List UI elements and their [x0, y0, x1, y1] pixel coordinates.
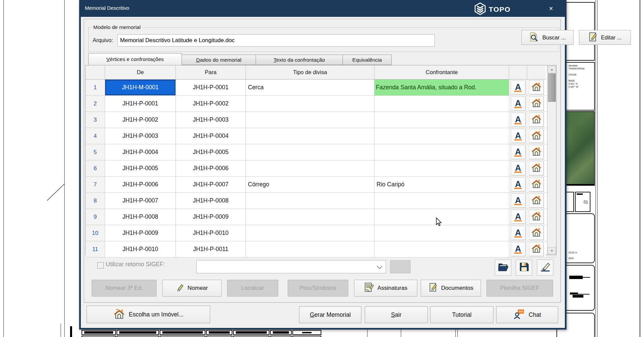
confrontante-cell[interactable] [375, 209, 509, 225]
clear-signature-button[interactable] [537, 259, 553, 276]
para-cell[interactable]: JH1H-P-0004 [176, 128, 246, 144]
row-number-cell[interactable]: 8 [86, 193, 105, 209]
para-cell[interactable]: JH1H-P-0002 [176, 96, 246, 112]
row-number-cell[interactable]: 10 [86, 225, 105, 241]
escolha-imovel-button[interactable]: Escolha um Imóvel... [87, 306, 210, 323]
font-button[interactable]: A [511, 193, 526, 208]
de-cell[interactable]: JH1H-P-0008 [105, 209, 176, 225]
de-cell[interactable]: JH1H-P-0007 [105, 193, 176, 209]
confrontante-cell[interactable] [375, 112, 509, 128]
home-button[interactable] [529, 210, 544, 224]
sigef-gray-button[interactable] [390, 260, 411, 273]
tab-texto-confrontacao[interactable]: Texto da confrontação [256, 55, 343, 65]
utilizar-sigef-checkbox[interactable] [97, 262, 104, 269]
tab-dados-memorial[interactable]: Dados do memorial [182, 55, 256, 65]
scroll-up-icon[interactable]: ▲ [548, 66, 556, 73]
home-button[interactable] [529, 242, 544, 256]
editar-button[interactable]: Editar ... [579, 30, 631, 45]
tipo-divisa-cell[interactable] [246, 128, 375, 144]
documentos-button[interactable]: Documentos [421, 280, 481, 297]
tipo-divisa-cell[interactable] [246, 225, 375, 241]
row-number-cell[interactable]: 4 [86, 128, 105, 144]
home-button[interactable] [529, 177, 544, 192]
para-cell[interactable]: JH1H-P-0007 [176, 177, 246, 192]
font-button[interactable]: A [511, 96, 526, 111]
home-button[interactable] [529, 193, 544, 208]
de-cell[interactable]: JH1H-P-0010 [105, 241, 176, 257]
planilha-sigef-button[interactable]: Planilha SIGEF [486, 280, 553, 297]
confrontante-cell[interactable]: Rio Caripó [375, 177, 509, 192]
nomear-button[interactable]: Nomear [162, 280, 222, 297]
tutorial-button[interactable]: Tutorial [430, 306, 493, 323]
para-cell[interactable]: JH1H-P-0003 [176, 112, 246, 128]
arquivo-input[interactable] [117, 34, 435, 47]
font-button[interactable]: A [511, 177, 526, 192]
de-cell[interactable]: JH1H-P-0009 [105, 225, 176, 241]
de-cell[interactable]: JH1H-P-0003 [105, 128, 176, 144]
localizar-button[interactable]: Localizar [227, 280, 278, 297]
scroll-down-icon[interactable]: ▼ [548, 247, 556, 254]
home-button[interactable] [529, 80, 544, 95]
tab-equivalencia[interactable]: Equivalência [343, 55, 392, 65]
row-number-cell[interactable]: 1 [86, 80, 105, 95]
chat-button[interactable]: Chat [496, 306, 558, 323]
confrontante-cell[interactable] [375, 144, 509, 160]
font-button[interactable]: A [511, 113, 526, 127]
tipo-divisa-cell[interactable] [246, 160, 375, 176]
confrontante-cell[interactable] [375, 225, 509, 241]
para-cell[interactable]: JH1H-P-0008 [176, 193, 246, 209]
assinaturas-button[interactable]: Assinaturas [354, 280, 417, 297]
para-cell[interactable]: JH1H-P-0001 [176, 80, 246, 95]
confrontante-cell[interactable] [375, 128, 509, 144]
confrontante-cell[interactable]: Fazenda Santa Amália, situado a Rod. [375, 80, 509, 95]
font-button[interactable]: A [511, 161, 526, 176]
de-cell[interactable]: JH1H-P-0005 [105, 160, 176, 176]
confrontante-cell[interactable] [375, 96, 509, 112]
confrontante-cell[interactable] [375, 193, 509, 209]
tab-vertices-confrontacoes[interactable]: Vértices e confrontações [88, 53, 182, 65]
tipo-divisa-cell[interactable]: Córrego [246, 177, 375, 192]
dialog-titlebar[interactable]: Memorial Descritivo TOPO ✕ [79, 0, 567, 17]
para-cell[interactable]: JH1H-P-0005 [176, 144, 246, 160]
de-cell[interactable]: JH1H-P-0002 [105, 112, 176, 128]
para-cell[interactable]: JH1H-P-0011 [176, 241, 246, 257]
tipo-divisa-cell[interactable] [246, 209, 375, 225]
tipo-divisa-cell[interactable] [246, 241, 375, 257]
de-cell[interactable]: JH1H-P-0004 [105, 144, 176, 160]
sigef-dropdown[interactable] [196, 260, 386, 273]
font-button[interactable]: A [511, 80, 526, 95]
para-cell[interactable]: JH1H-P-0006 [176, 160, 246, 176]
row-number-cell[interactable]: 2 [86, 96, 105, 112]
home-button[interactable] [529, 145, 544, 159]
buscar-button[interactable]: Buscar ... [521, 30, 574, 45]
para-cell[interactable]: JH1H-P-0010 [176, 225, 246, 241]
font-button[interactable]: A [511, 129, 526, 143]
home-button[interactable] [529, 129, 544, 143]
de-cell[interactable]: JH1H-P-0001 [105, 96, 176, 112]
home-button[interactable] [529, 226, 544, 240]
para-cell[interactable]: JH1H-P-0009 [176, 209, 246, 225]
home-button[interactable] [529, 161, 544, 176]
confrontante-cell[interactable] [375, 160, 509, 176]
scrollbar-thumb[interactable] [548, 73, 556, 102]
de-cell[interactable]: JH1H-P-0006 [105, 177, 176, 192]
nomear-3ed-button[interactable]: Nomear 3ª Ed. [92, 280, 157, 297]
row-number-cell[interactable]: 9 [86, 209, 105, 225]
open-folder-button[interactable] [495, 259, 511, 276]
row-number-cell[interactable]: 7 [86, 177, 105, 192]
save-button[interactable] [516, 259, 532, 276]
table-scrollbar[interactable]: ▲ ▼ [547, 65, 556, 255]
home-button[interactable] [529, 113, 544, 127]
tipo-divisa-cell[interactable] [246, 193, 375, 209]
close-icon[interactable]: ✕ [547, 4, 555, 12]
home-button[interactable] [529, 96, 544, 111]
tipo-divisa-cell[interactable] [246, 144, 375, 160]
confrontante-cell[interactable] [375, 241, 509, 257]
font-button[interactable]: A [511, 210, 526, 224]
de-cell[interactable]: JH1H-M-0001 [105, 80, 176, 95]
font-button[interactable]: A [511, 242, 526, 256]
tipo-divisa-cell[interactable]: Cerca [246, 80, 375, 95]
font-button[interactable]: A [511, 145, 526, 159]
row-number-cell[interactable]: 6 [86, 160, 105, 176]
gerar-memorial-button[interactable]: Gerar Memorial [299, 306, 361, 323]
